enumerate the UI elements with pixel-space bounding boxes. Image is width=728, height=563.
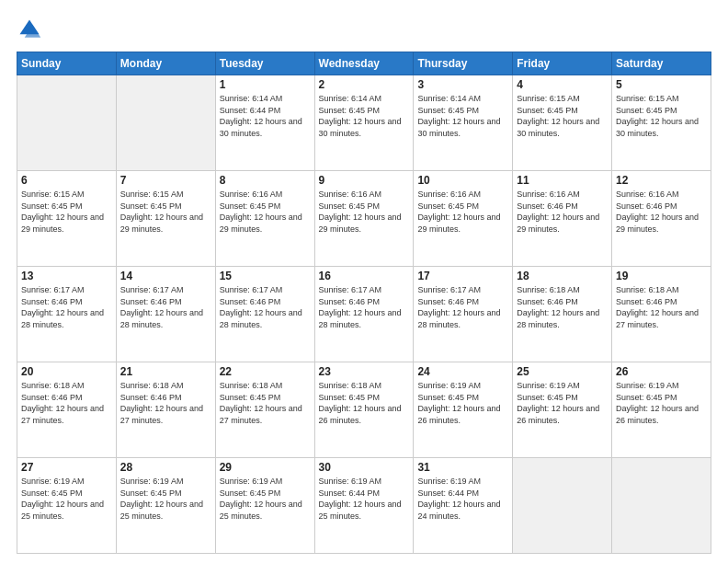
calendar-cell: 31Sunrise: 6:19 AMSunset: 6:44 PMDayligh… [414,458,513,554]
day-number: 23 [319,365,410,378]
weekday-header-wednesday: Wednesday [314,52,414,75]
day-number: 1 [220,78,311,91]
calendar-cell: 22Sunrise: 6:18 AMSunset: 6:45 PMDayligh… [215,362,314,458]
day-number: 15 [220,270,311,282]
day-number: 19 [616,270,707,282]
day-number: 30 [319,461,410,474]
day-detail: Sunrise: 6:14 AMSunset: 6:44 PMDaylight:… [220,93,311,139]
day-detail: Sunrise: 6:18 AMSunset: 6:46 PMDaylight:… [517,284,608,330]
logo-icon [17,17,42,42]
week-row-0: 1Sunrise: 6:14 AMSunset: 6:44 PMDaylight… [17,75,711,171]
calendar-cell: 13Sunrise: 6:17 AMSunset: 6:46 PMDayligh… [17,267,117,362]
day-detail: Sunrise: 6:19 AMSunset: 6:44 PMDaylight:… [417,476,508,522]
day-number: 25 [517,365,608,378]
day-number: 16 [319,270,410,282]
calendar-cell: 17Sunrise: 6:17 AMSunset: 6:46 PMDayligh… [414,267,513,362]
weekday-header-sunday: Sunday [17,52,117,75]
calendar-cell: 19Sunrise: 6:18 AMSunset: 6:46 PMDayligh… [612,267,711,362]
day-number: 6 [21,174,112,187]
day-detail: Sunrise: 6:16 AMSunset: 6:45 PMDaylight:… [220,189,311,235]
calendar-table: SundayMondayTuesdayWednesdayThursdayFrid… [17,52,711,554]
calendar-cell: 10Sunrise: 6:16 AMSunset: 6:45 PMDayligh… [414,171,513,267]
day-number: 5 [616,78,707,91]
calendar-cell: 7Sunrise: 6:15 AMSunset: 6:45 PMDaylight… [116,171,215,267]
day-detail: Sunrise: 6:19 AMSunset: 6:45 PMDaylight:… [417,380,508,426]
day-detail: Sunrise: 6:18 AMSunset: 6:46 PMDaylight:… [120,380,211,426]
calendar-cell: 11Sunrise: 6:16 AMSunset: 6:46 PMDayligh… [513,171,612,267]
page: SundayMondayTuesdayWednesdayThursdayFrid… [0,0,728,563]
day-number: 8 [220,174,311,187]
day-detail: Sunrise: 6:19 AMSunset: 6:45 PMDaylight:… [517,380,608,426]
header [17,17,711,42]
day-number: 29 [220,461,311,474]
calendar-cell: 15Sunrise: 6:17 AMSunset: 6:46 PMDayligh… [215,267,314,362]
day-number: 11 [517,174,608,187]
day-number: 18 [517,270,608,282]
week-row-4: 27Sunrise: 6:19 AMSunset: 6:45 PMDayligh… [17,458,711,554]
weekday-header-thursday: Thursday [414,52,513,75]
week-row-3: 20Sunrise: 6:18 AMSunset: 6:46 PMDayligh… [17,362,711,458]
day-detail: Sunrise: 6:17 AMSunset: 6:46 PMDaylight:… [319,284,410,330]
day-number: 17 [417,270,508,282]
weekday-header-monday: Monday [116,52,215,75]
day-detail: Sunrise: 6:18 AMSunset: 6:45 PMDaylight:… [220,380,311,426]
calendar-cell: 21Sunrise: 6:18 AMSunset: 6:46 PMDayligh… [116,362,215,458]
day-detail: Sunrise: 6:18 AMSunset: 6:46 PMDaylight:… [616,284,707,330]
day-detail: Sunrise: 6:15 AMSunset: 6:45 PMDaylight:… [517,93,608,139]
day-detail: Sunrise: 6:19 AMSunset: 6:44 PMDaylight:… [319,476,410,522]
day-detail: Sunrise: 6:19 AMSunset: 6:45 PMDaylight:… [21,476,112,522]
weekday-header-friday: Friday [513,52,612,75]
day-number: 12 [616,174,707,187]
calendar-cell: 4Sunrise: 6:15 AMSunset: 6:45 PMDaylight… [513,75,612,171]
day-detail: Sunrise: 6:19 AMSunset: 6:45 PMDaylight:… [120,476,211,522]
day-detail: Sunrise: 6:17 AMSunset: 6:46 PMDaylight:… [417,284,508,330]
day-detail: Sunrise: 6:16 AMSunset: 6:46 PMDaylight:… [517,189,608,235]
day-detail: Sunrise: 6:19 AMSunset: 6:45 PMDaylight:… [616,380,707,426]
calendar-cell: 20Sunrise: 6:18 AMSunset: 6:46 PMDayligh… [17,362,117,458]
calendar-cell: 12Sunrise: 6:16 AMSunset: 6:46 PMDayligh… [612,171,711,267]
calendar-cell: 9Sunrise: 6:16 AMSunset: 6:45 PMDaylight… [314,171,414,267]
calendar-cell [17,75,117,171]
day-detail: Sunrise: 6:16 AMSunset: 6:45 PMDaylight:… [319,189,410,235]
calendar-cell: 26Sunrise: 6:19 AMSunset: 6:45 PMDayligh… [612,362,711,458]
logo [17,17,46,42]
calendar-cell: 1Sunrise: 6:14 AMSunset: 6:44 PMDaylight… [215,75,314,171]
week-row-2: 13Sunrise: 6:17 AMSunset: 6:46 PMDayligh… [17,267,711,362]
calendar-cell [116,75,215,171]
day-number: 20 [21,365,112,378]
weekday-header-tuesday: Tuesday [215,52,314,75]
calendar-cell: 28Sunrise: 6:19 AMSunset: 6:45 PMDayligh… [116,458,215,554]
calendar-cell: 24Sunrise: 6:19 AMSunset: 6:45 PMDayligh… [414,362,513,458]
day-number: 7 [120,174,211,187]
day-detail: Sunrise: 6:17 AMSunset: 6:46 PMDaylight:… [21,284,112,330]
calendar-cell: 8Sunrise: 6:16 AMSunset: 6:45 PMDaylight… [215,171,314,267]
day-detail: Sunrise: 6:18 AMSunset: 6:45 PMDaylight:… [319,380,410,426]
weekday-header-saturday: Saturday [612,52,711,75]
day-detail: Sunrise: 6:17 AMSunset: 6:46 PMDaylight:… [120,284,211,330]
day-number: 22 [220,365,311,378]
day-number: 10 [417,174,508,187]
week-row-1: 6Sunrise: 6:15 AMSunset: 6:45 PMDaylight… [17,171,711,267]
calendar-cell: 2Sunrise: 6:14 AMSunset: 6:45 PMDaylight… [314,75,414,171]
calendar-cell: 16Sunrise: 6:17 AMSunset: 6:46 PMDayligh… [314,267,414,362]
calendar-cell [612,458,711,554]
day-number: 3 [417,78,508,91]
day-number: 28 [120,461,211,474]
day-number: 14 [120,270,211,282]
calendar-cell: 5Sunrise: 6:15 AMSunset: 6:45 PMDaylight… [612,75,711,171]
day-detail: Sunrise: 6:16 AMSunset: 6:45 PMDaylight:… [417,189,508,235]
day-detail: Sunrise: 6:15 AMSunset: 6:45 PMDaylight:… [616,93,707,139]
day-detail: Sunrise: 6:14 AMSunset: 6:45 PMDaylight:… [319,93,410,139]
day-number: 27 [21,461,112,474]
day-detail: Sunrise: 6:14 AMSunset: 6:45 PMDaylight:… [417,93,508,139]
calendar-cell: 6Sunrise: 6:15 AMSunset: 6:45 PMDaylight… [17,171,117,267]
calendar-cell [513,458,612,554]
day-detail: Sunrise: 6:19 AMSunset: 6:45 PMDaylight:… [220,476,311,522]
day-detail: Sunrise: 6:15 AMSunset: 6:45 PMDaylight:… [120,189,211,235]
day-detail: Sunrise: 6:16 AMSunset: 6:46 PMDaylight:… [616,189,707,235]
day-detail: Sunrise: 6:18 AMSunset: 6:46 PMDaylight:… [21,380,112,426]
calendar-cell: 27Sunrise: 6:19 AMSunset: 6:45 PMDayligh… [17,458,117,554]
calendar-cell: 30Sunrise: 6:19 AMSunset: 6:44 PMDayligh… [314,458,414,554]
day-detail: Sunrise: 6:15 AMSunset: 6:45 PMDaylight:… [21,189,112,235]
calendar-cell: 25Sunrise: 6:19 AMSunset: 6:45 PMDayligh… [513,362,612,458]
